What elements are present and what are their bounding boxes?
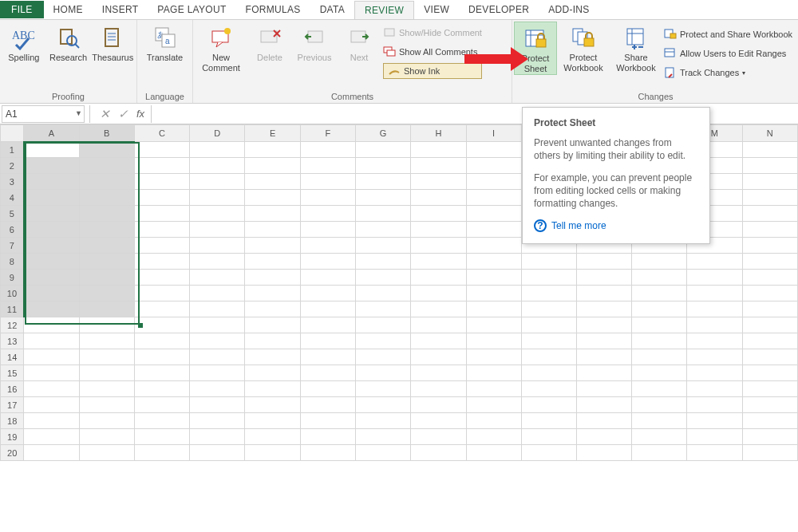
cell-J18[interactable]: [521, 413, 576, 429]
cell-J9[interactable]: [521, 270, 576, 286]
cell-J8[interactable]: [521, 254, 576, 270]
cell-A1[interactable]: [24, 142, 79, 158]
cell-I2[interactable]: [466, 158, 521, 174]
cell-E2[interactable]: [245, 158, 300, 174]
cell-D8[interactable]: [190, 254, 245, 270]
cell-H13[interactable]: [411, 333, 466, 349]
row-header-2[interactable]: 2: [1, 158, 24, 174]
cell-D17[interactable]: [190, 397, 245, 413]
column-header-F[interactable]: F: [300, 125, 355, 142]
column-header-N[interactable]: N: [742, 125, 797, 142]
cell-A11[interactable]: [24, 301, 79, 317]
cell-N17[interactable]: [742, 397, 797, 413]
tab-home[interactable]: HOME: [44, 1, 93, 18]
row-header-16[interactable]: 16: [1, 381, 24, 397]
cell-L8[interactable]: [632, 254, 687, 270]
cell-C19[interactable]: [134, 429, 189, 445]
cell-G9[interactable]: [355, 270, 410, 286]
cell-N5[interactable]: [742, 206, 797, 222]
tab-view[interactable]: VIEW: [414, 1, 459, 18]
cell-J16[interactable]: [521, 381, 576, 397]
cell-B1[interactable]: [79, 142, 134, 158]
cell-F8[interactable]: [300, 254, 355, 270]
cell-L15[interactable]: [632, 365, 687, 381]
cell-A6[interactable]: [24, 222, 79, 238]
cell-H6[interactable]: [411, 222, 466, 238]
name-box-dropdown-icon[interactable]: ▼: [75, 109, 82, 117]
cell-D9[interactable]: [190, 270, 245, 286]
cell-F10[interactable]: [300, 286, 355, 301]
column-header-C[interactable]: C: [134, 125, 189, 142]
cell-C1[interactable]: [134, 142, 189, 158]
cell-K18[interactable]: [576, 413, 631, 429]
cell-A13[interactable]: [24, 333, 79, 349]
cell-D16[interactable]: [190, 381, 245, 397]
cell-F1[interactable]: [300, 142, 355, 158]
cell-N10[interactable]: [742, 286, 797, 301]
cell-B19[interactable]: [79, 429, 134, 445]
cell-B3[interactable]: [79, 174, 134, 190]
cell-K16[interactable]: [576, 381, 631, 397]
row-header-12[interactable]: 12: [1, 317, 24, 333]
cell-F19[interactable]: [300, 429, 355, 445]
row-header-3[interactable]: 3: [1, 174, 24, 190]
cell-G2[interactable]: [355, 158, 410, 174]
cell-B16[interactable]: [79, 381, 134, 397]
cell-H15[interactable]: [411, 365, 466, 381]
tab-data[interactable]: DATA: [310, 1, 354, 18]
cell-G6[interactable]: [355, 222, 410, 238]
cell-G18[interactable]: [355, 413, 410, 429]
cell-H3[interactable]: [411, 174, 466, 190]
cell-C8[interactable]: [134, 254, 189, 270]
cell-E7[interactable]: [245, 238, 300, 254]
cell-B5[interactable]: [79, 206, 134, 222]
cell-A15[interactable]: [24, 365, 79, 381]
cell-G16[interactable]: [355, 381, 410, 397]
row-header-1[interactable]: 1: [1, 142, 24, 158]
cell-E13[interactable]: [245, 333, 300, 349]
cell-H12[interactable]: [411, 317, 466, 333]
cell-F20[interactable]: [300, 445, 355, 461]
cell-H14[interactable]: [411, 349, 466, 365]
cell-H5[interactable]: [411, 206, 466, 222]
column-header-H[interactable]: H: [411, 125, 466, 142]
cell-J20[interactable]: [521, 445, 576, 461]
cell-C15[interactable]: [134, 365, 189, 381]
cell-A16[interactable]: [24, 381, 79, 397]
protect-share-workbook-button[interactable]: Protect and Share Workbook: [664, 26, 792, 42]
cell-A2[interactable]: [24, 158, 79, 174]
cell-C5[interactable]: [134, 206, 189, 222]
protect-sheet-button[interactable]: Protect Sheet: [514, 22, 557, 75]
cell-I20[interactable]: [466, 445, 521, 461]
cell-L10[interactable]: [632, 286, 687, 301]
cell-A17[interactable]: [24, 397, 79, 413]
cell-C10[interactable]: [134, 286, 189, 301]
row-header-4[interactable]: 4: [1, 190, 24, 206]
cell-I8[interactable]: [466, 254, 521, 270]
row-header-19[interactable]: 19: [1, 429, 24, 445]
row-header-13[interactable]: 13: [1, 333, 24, 349]
protect-workbook-button[interactable]: Protect Workbook: [557, 22, 610, 73]
cell-H11[interactable]: [411, 301, 466, 317]
row-header-5[interactable]: 5: [1, 206, 24, 222]
cell-G12[interactable]: [355, 317, 410, 333]
cell-C17[interactable]: [134, 397, 189, 413]
cell-M15[interactable]: [687, 365, 742, 381]
cell-M16[interactable]: [687, 381, 742, 397]
cell-F4[interactable]: [300, 190, 355, 206]
cell-F2[interactable]: [300, 158, 355, 174]
column-header-G[interactable]: G: [355, 125, 410, 142]
cell-I16[interactable]: [466, 381, 521, 397]
cell-B11[interactable]: [79, 301, 134, 317]
cell-A9[interactable]: [24, 270, 79, 286]
cell-C20[interactable]: [134, 445, 189, 461]
cell-D2[interactable]: [190, 158, 245, 174]
cell-D20[interactable]: [190, 445, 245, 461]
tab-add-ins[interactable]: ADD-INS: [539, 1, 598, 18]
cell-K9[interactable]: [576, 270, 631, 286]
cell-F17[interactable]: [300, 397, 355, 413]
cell-J11[interactable]: [521, 301, 576, 317]
cell-I3[interactable]: [466, 174, 521, 190]
column-header-E[interactable]: E: [245, 125, 300, 142]
cell-M11[interactable]: [687, 301, 742, 317]
